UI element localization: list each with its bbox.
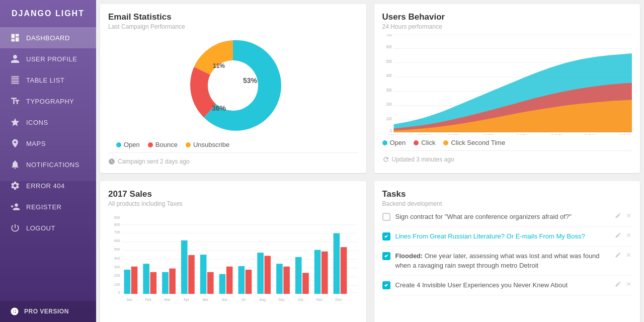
task-item: Sign contract for "What are conference o…	[382, 207, 632, 227]
click-second-dot	[443, 140, 448, 145]
unsubscribe-pct-label: 11%	[213, 62, 225, 69]
sidebar-item-label: ERROR 404	[26, 182, 65, 190]
sidebar-item-logout[interactable]: LOGOUT	[0, 217, 96, 238]
svg-rect-56	[238, 266, 245, 294]
svg-text:Mar: Mar	[164, 298, 171, 302]
svg-rect-65	[321, 252, 328, 294]
task-actions	[615, 252, 632, 260]
sidebar-item-maps[interactable]: MAPS	[0, 133, 96, 154]
legend-unsubscribe: Unsubscribe	[186, 141, 229, 148]
unsubscribe-dot	[186, 142, 191, 147]
sidebar-nav: DASHBOARDUSER PROFILETABLE LISTTYPOGRAPH…	[0, 27, 96, 301]
sidebar-item-error-404[interactable]: ERROR 404	[0, 175, 96, 196]
sidebar-item-register[interactable]: REGISTER	[0, 196, 96, 217]
task-text: Lines From Great Russian Literature? Or …	[395, 232, 610, 241]
svg-rect-46	[143, 264, 149, 294]
location-icon	[10, 138, 20, 148]
svg-text:400: 400	[386, 73, 392, 78]
svg-text:Jun: Jun	[221, 298, 227, 302]
email-legend: Open Bounce Unsubscribe	[116, 141, 358, 148]
svg-text:12:00AM: 12:00AM	[417, 133, 431, 135]
svg-rect-44	[124, 270, 131, 294]
behavior-footer-text: Updated 3 minutes ago	[392, 156, 454, 163]
svg-rect-57	[246, 270, 252, 294]
svg-text:100: 100	[114, 283, 120, 287]
svg-text:900: 900	[114, 216, 120, 220]
task-checkbox[interactable]	[382, 281, 390, 289]
svg-rect-59	[265, 256, 271, 294]
sidebar-item-dashboard[interactable]: DASHBOARD	[0, 27, 96, 48]
email-footer-text: Campaign sent 2 days ago	[118, 158, 190, 165]
svg-rect-58	[257, 253, 264, 294]
task-text: Sign contract for "What are conference o…	[395, 212, 610, 221]
sales-card: 2017 Sales All products including Taxes …	[100, 181, 366, 322]
sidebar-item-typography[interactable]: TYPOGRAPHY	[0, 91, 96, 112]
task-edit-button[interactable]	[615, 281, 621, 289]
task-text: Flooded: One year later, assessing what …	[395, 252, 610, 270]
task-edit-button[interactable]	[615, 252, 621, 260]
sidebar-item-notifications[interactable]: NOTIFICATIONS	[0, 154, 96, 175]
sidebar-item-label: USER PROFILE	[26, 55, 77, 63]
open-behavior-dot	[382, 140, 387, 145]
bounce-label: Bounce	[155, 141, 178, 148]
click-label: Click	[421, 139, 435, 146]
task-checkbox[interactable]	[382, 213, 390, 221]
task-edit-button[interactable]	[615, 232, 621, 240]
task-actions	[615, 232, 632, 240]
person2-icon	[10, 202, 20, 212]
sidebar-title: DJANGO LIGHT	[0, 0, 96, 27]
task-delete-button[interactable]	[625, 212, 632, 220]
svg-text:500: 500	[114, 248, 120, 252]
svg-text:Oct: Oct	[298, 298, 303, 302]
task-checkbox[interactable]	[382, 252, 390, 260]
sales-subtitle: All products including Taxes	[108, 200, 358, 207]
legend-click: Click	[414, 139, 435, 146]
task-delete-button[interactable]	[625, 232, 632, 240]
task-item: Flooded: One year later, assessing what …	[382, 247, 632, 275]
svg-rect-67	[341, 247, 347, 294]
users-behavior-card: Users Behavior 24 Hours performance 0 10…	[374, 4, 640, 173]
clock-icon	[108, 158, 115, 165]
email-stats-subtitle: Last Campaign Performance	[108, 23, 358, 30]
users-behavior-title: Users Behavior	[382, 12, 632, 22]
sidebar-item-label: LOGOUT	[26, 224, 55, 232]
svg-text:500: 500	[386, 59, 392, 64]
legend-click-second: Click Second Time	[443, 139, 505, 146]
bell-icon	[10, 159, 20, 170]
behavior-legend: Open Click Click Second Time	[382, 139, 632, 146]
sidebar-item-label: NOTIFICATIONS	[26, 161, 79, 169]
sidebar-item-table-list[interactable]: TABLE LIST	[0, 69, 96, 91]
task-link[interactable]: Lines From Great Russian Literature? Or …	[395, 232, 585, 240]
task-edit-button[interactable]	[615, 212, 621, 220]
sidebar-item-icons[interactable]: ICONS	[0, 112, 96, 133]
legend-open: Open	[116, 141, 140, 148]
tasks-title: Tasks	[382, 189, 632, 199]
person-icon	[10, 54, 20, 64]
svg-rect-55	[226, 267, 233, 294]
refresh-icon	[382, 156, 389, 163]
task-delete-button[interactable]	[625, 281, 632, 289]
svg-text:Nov: Nov	[316, 298, 323, 302]
area-chart: 0 100 200 300 400 500 600 700 9:00AM	[382, 34, 632, 135]
sidebar-item-user-profile[interactable]: USER PROFILE	[0, 48, 96, 69]
svg-rect-54	[219, 274, 226, 294]
task-checkbox[interactable]	[382, 232, 390, 240]
pro-version-button[interactable]: PRO VERSION	[0, 301, 96, 322]
svg-rect-66	[334, 233, 340, 294]
svg-text:0: 0	[390, 128, 392, 133]
svg-text:3:00PM: 3:00PM	[448, 133, 460, 135]
svg-rect-48	[162, 272, 169, 294]
svg-rect-50	[181, 240, 188, 294]
click-dot	[414, 140, 419, 145]
task-text: Create 4 Invisible User Experiences you …	[395, 281, 610, 290]
task-delete-button[interactable]	[625, 252, 632, 260]
svg-rect-52	[200, 255, 207, 294]
svg-text:12:00PM: 12:00PM	[549, 133, 563, 135]
svg-rect-64	[314, 250, 321, 294]
svg-text:3:00AM: 3:00AM	[585, 133, 596, 135]
task-item: Create 4 Invisible User Experiences you …	[382, 276, 632, 295]
svg-text:200: 200	[114, 274, 120, 278]
main-content: Email Statistics Last Campaign Performan…	[96, 0, 644, 322]
bounce-dot	[148, 142, 153, 147]
svg-text:Jan: Jan	[126, 298, 132, 302]
